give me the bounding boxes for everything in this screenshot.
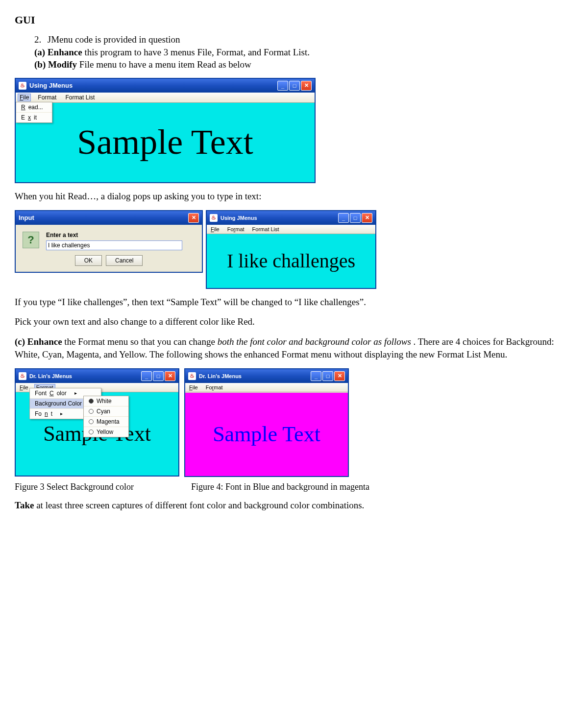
menu-format[interactable]: FormatFormat — [204, 384, 225, 391]
dialog-close-button[interactable]: ✕ — [188, 213, 199, 223]
dialog-text-input[interactable] — [46, 240, 182, 250]
java-icon: ♨ — [210, 214, 218, 222]
dialog-titlebar[interactable]: Input ✕ — [16, 211, 202, 225]
page-heading: GUI — [15, 14, 573, 26]
screenshot-row-2: Input ✕ ? Enter a text OK Cancel ♨ Using… — [15, 210, 573, 289]
sample-text-label: Sample Text — [213, 422, 320, 447]
titlebar[interactable]: ♨ Using JMenus _ □ ✕ — [207, 211, 375, 225]
list-item-b: (b) Modify File menu to have a menu item… — [34, 58, 573, 71]
menu-format-list[interactable]: Format List — [63, 94, 97, 101]
bg-option-cyan[interactable]: Cyan — [84, 406, 128, 417]
list-text: JMenu code is provided in question — [48, 34, 180, 45]
maximize-button[interactable]: □ — [289, 81, 300, 91]
part-c-rest1: the Format menu so that you can change — [64, 336, 217, 347]
bg-option-white[interactable]: White — [84, 396, 128, 406]
part-b-label: (b) — [34, 59, 46, 70]
list-block: 2. JMenu code is provided in question (a… — [34, 33, 573, 71]
part-c-verb: Enhance — [27, 336, 62, 347]
close-button[interactable]: ✕ — [165, 371, 175, 381]
content-area: Sample Text — [185, 393, 348, 476]
java-icon: ♨ — [188, 372, 196, 380]
minimize-button[interactable]: _ — [277, 81, 288, 91]
list-item-a: (a) Enhance this program to have 3 menus… — [34, 46, 573, 59]
part-c-label: (c) — [15, 336, 25, 347]
titlebar[interactable]: ♨ Using JMenus _ □ ✕ — [16, 79, 315, 93]
maximize-button[interactable]: □ — [350, 213, 361, 223]
take-rest: at least three screen captures of differ… — [36, 500, 364, 510]
part-c-italic: both the font color and background color… — [218, 336, 411, 347]
close-button[interactable]: ✕ — [362, 213, 372, 223]
radio-icon — [89, 399, 94, 404]
menubar: FFileile Format Format List — [16, 93, 315, 103]
file-dropdown: Read...Read... ExitExit — [16, 102, 52, 123]
window-drlin-2: ♨ Dr. Lin's JMenus _ □ ✕ FileFile Format… — [184, 368, 349, 477]
java-icon: ♨ — [19, 372, 26, 380]
bg-option-yellow[interactable]: Yellow — [84, 427, 128, 437]
radio-icon — [89, 419, 94, 424]
part-c: (c) Enhance the Format menu so that you … — [15, 335, 573, 361]
menu-format[interactable]: Format — [36, 94, 58, 101]
radio-icon — [89, 430, 94, 434]
part-a-rest: this program to have 3 menus File, Forma… — [84, 47, 310, 57]
radio-icon — [89, 409, 94, 414]
menu-format[interactable]: FormatFormat — [225, 226, 246, 233]
window-title: Using JMenus — [220, 215, 257, 221]
maximize-button[interactable]: □ — [322, 371, 333, 381]
java-icon: ♨ — [19, 82, 26, 90]
close-button[interactable]: ✕ — [301, 81, 312, 91]
screenshot-row-3: ♨ Dr. Lin's JMenus _ □ ✕ FileFile Format… — [15, 368, 573, 477]
titlebar[interactable]: ♨ Dr. Lin's JMenus _ □ ✕ — [185, 369, 348, 383]
menu-file[interactable]: FileFile — [187, 384, 200, 391]
take-verb: Take — [15, 500, 34, 510]
titlebar[interactable]: ♨ Dr. Lin's JMenus _ □ ✕ — [16, 369, 178, 383]
dialog-prompt: Enter a text — [46, 232, 182, 239]
menubar: FileFile FormatFormat Format List — [207, 225, 375, 234]
window-using-jmenus-1: ♨ Using JMenus _ □ ✕ FFileile Format For… — [15, 78, 316, 183]
paragraph-pick-color: Pick your own text and also change to a … — [15, 315, 573, 329]
question-icon: ? — [23, 232, 39, 248]
content-area: Sample Text — [16, 103, 315, 182]
input-dialog: Input ✕ ? Enter a text OK Cancel — [15, 210, 203, 273]
menu-file[interactable]: FileFile — [209, 226, 221, 233]
content-area: I like challenges — [207, 234, 375, 288]
take-line: Take at least three screen captures of d… — [15, 499, 573, 512]
part-a-verb: Enhance — [48, 47, 82, 57]
menu-item-exit[interactable]: ExitExit — [16, 113, 52, 122]
part-a-label: (a) — [34, 47, 45, 57]
screenshot-2b: ♨ Using JMenus _ □ ✕ FileFile FormatForm… — [206, 210, 376, 289]
dialog-title: Input — [19, 214, 34, 221]
window-title: Using JMenus — [29, 82, 73, 89]
cancel-button[interactable]: Cancel — [106, 255, 143, 266]
menu-file[interactable]: FileFile — [18, 384, 30, 391]
window-using-jmenus-2: ♨ Using JMenus _ □ ✕ FileFile FormatForm… — [206, 210, 376, 289]
part-b-rest: File menu to have a menu item Read as be… — [79, 59, 251, 70]
minimize-button[interactable]: _ — [338, 213, 349, 223]
paragraph-after-input: If you type “I like challenges”, then te… — [15, 296, 573, 309]
figure-captions: Figure 3 Select Background color Figure … — [15, 482, 573, 492]
list-item-2: 2. JMenu code is provided in question — [34, 33, 573, 46]
menu-item-read[interactable]: Read...Read... — [16, 102, 52, 113]
ok-button[interactable]: OK — [75, 255, 102, 266]
window-title: Dr. Lin's JMenus — [199, 373, 242, 379]
screenshot-3a: ♨ Dr. Lin's JMenus _ □ ✕ FileFile Format… — [15, 368, 179, 477]
screenshot-1: ♨ Using JMenus _ □ ✕ FFileile Format For… — [15, 78, 573, 183]
list-number: 2. — [34, 33, 45, 46]
content-text: I like challenges — [227, 249, 355, 272]
minimize-button[interactable]: _ — [141, 371, 152, 381]
paragraph-read-dialog: When you hit Read…, a dialog pops up ask… — [15, 190, 573, 203]
figure-4-caption: Figure 4: Font in Blue and background in… — [191, 482, 369, 492]
figure-3-caption: Figure 3 Select Background color — [15, 482, 172, 492]
part-b-verb: Modify — [48, 59, 77, 70]
bgcolor-submenu: White Cyan Magenta Yellow — [83, 396, 129, 437]
maximize-button[interactable]: □ — [153, 371, 164, 381]
menu-format-list[interactable]: Format List — [250, 226, 281, 233]
minimize-button[interactable]: _ — [311, 371, 321, 381]
sample-text-label: Sample Text — [77, 122, 253, 163]
window-title: Dr. Lin's JMenus — [29, 373, 72, 379]
bg-option-magenta[interactable]: Magenta — [84, 417, 128, 427]
menu-file[interactable]: FFileile — [18, 94, 31, 101]
close-button[interactable]: ✕ — [334, 371, 345, 381]
menubar: FileFile FormatFormat — [185, 383, 348, 392]
screenshot-3b: ♨ Dr. Lin's JMenus _ □ ✕ FileFile Format… — [184, 368, 349, 477]
